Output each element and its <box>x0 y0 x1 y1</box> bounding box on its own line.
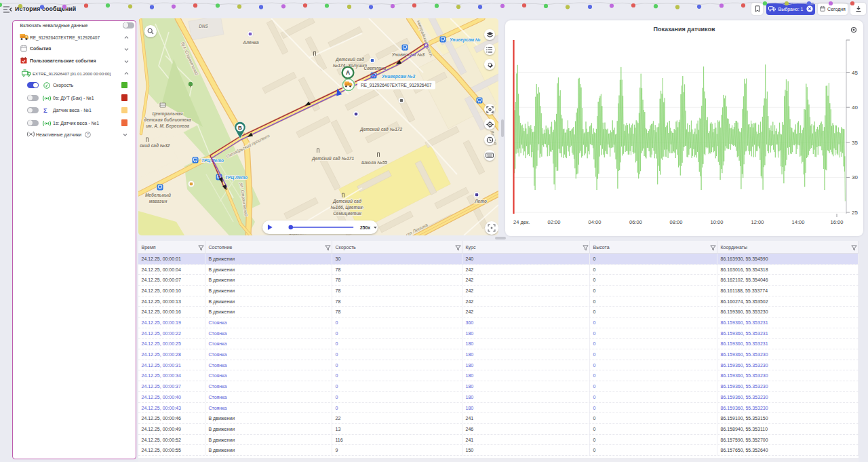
svg-text:45: 45 <box>852 70 858 76</box>
svg-text:Школа №55: Школа №55 <box>361 160 387 165</box>
svg-text:35: 35 <box>852 140 858 146</box>
svg-text:магазин: магазин <box>149 199 167 204</box>
svg-text:Универсам №: Универсам № <box>450 37 481 43</box>
svg-text:Семицветик: Семицветик <box>333 211 361 216</box>
svg-text:16:00: 16:00 <box>831 219 844 225</box>
svg-text:10:00: 10:00 <box>711 219 724 225</box>
svg-text:№166, Цветик-: №166, Цветик- <box>330 205 363 210</box>
svg-text:ский сад №32: ский сад №32 <box>140 143 170 148</box>
svg-text:Лето: Лето <box>474 199 487 204</box>
svg-text:Детский сад: Детский сад <box>335 57 364 62</box>
svg-text:Детский сад №171: Детский сад №171 <box>311 156 354 161</box>
svg-text:Мебельный: Мебельный <box>145 193 171 197</box>
svg-text:?: ? <box>87 132 89 136</box>
svg-text:30: 30 <box>852 174 858 180</box>
svg-text:ТРЦ Лето: ТРЦ Лето <box>225 175 248 180</box>
svg-text:Детский сад №172: Детский сад №172 <box>359 127 402 132</box>
svg-text:40: 40 <box>852 104 858 111</box>
svg-text:им. А. М. Береснева: им. А. М. Береснева <box>146 123 190 129</box>
svg-text:Алёнка: Алёнка <box>242 40 259 45</box>
svg-text:A: A <box>346 69 350 76</box>
svg-text:24 дек.: 24 дек. <box>513 219 530 225</box>
svg-text:детская библиотека: детская библиотека <box>144 117 191 122</box>
svg-text:Центральная: Центральная <box>153 111 183 117</box>
svg-text:Детский сад: Детский сад <box>332 199 361 204</box>
svg-text:08:00: 08:00 <box>670 219 683 225</box>
svg-text:04:00: 04:00 <box>589 219 601 225</box>
svg-text:14:00: 14:00 <box>792 219 805 225</box>
svg-text:02:00: 02:00 <box>548 219 561 225</box>
svg-text:12:00: 12:00 <box>751 219 764 225</box>
svg-text:RE_912926407EXTRE_912926407: RE_912926407EXTRE_912926407 <box>361 83 432 88</box>
svg-text:06:00: 06:00 <box>629 219 642 225</box>
svg-text:25: 25 <box>852 210 858 216</box>
svg-text:B: B <box>238 125 242 131</box>
svg-text:Универсам №3: Универсам №3 <box>382 74 415 79</box>
svg-text:DNS: DNS <box>199 24 208 28</box>
